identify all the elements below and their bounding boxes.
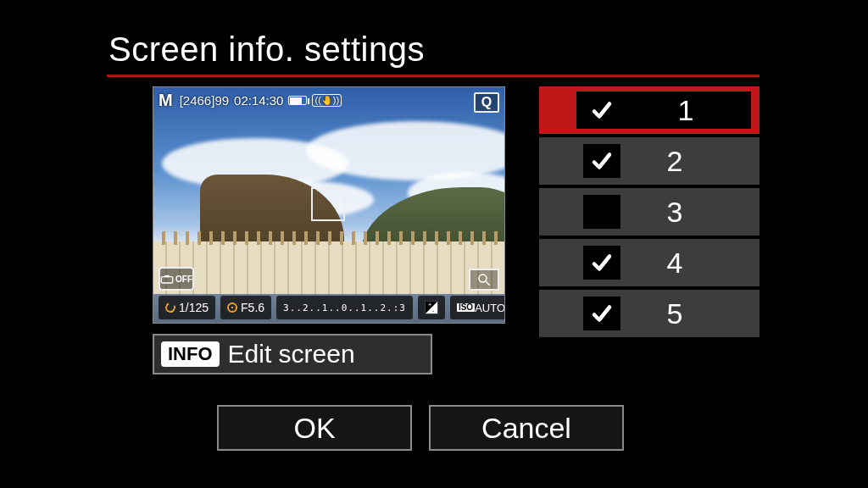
- screen-option-1[interactable]: 1: [539, 86, 760, 134]
- shutter-speed: 1/125: [159, 296, 215, 319]
- magnify-icon: [469, 269, 499, 291]
- option-number: 3: [539, 196, 760, 229]
- shooting-mode: M: [159, 91, 173, 110]
- main-dial-icon: [164, 301, 176, 313]
- burst-count: 99: [214, 93, 229, 108]
- page-title: Screen info. settings: [108, 30, 425, 69]
- title-divider: [107, 75, 760, 77]
- aperture: F5.6: [220, 296, 271, 319]
- stabilizer-icon: ((🤚)): [312, 94, 342, 107]
- info-badge: INFO: [161, 341, 220, 367]
- touch-shutter-off-icon: OFF: [159, 267, 194, 291]
- rec-time: 02:14:30: [234, 93, 283, 108]
- screen-options-list: 12345: [539, 86, 760, 341]
- hud-bottom: 1/125 F5.6 3..2..1..0..1..2.:3 +- ISOAUT…: [159, 296, 499, 319]
- svg-rect-1: [164, 274, 169, 277]
- q-menu-icon: Q: [474, 92, 499, 113]
- ok-button[interactable]: OK: [217, 405, 412, 451]
- option-number: 1: [620, 94, 751, 127]
- screen-option-5[interactable]: 5: [539, 290, 760, 337]
- checkbox: [583, 93, 620, 127]
- option-number: 4: [539, 247, 760, 280]
- screen-option-3[interactable]: 3: [539, 188, 760, 236]
- town: [153, 241, 504, 296]
- screen-option-4[interactable]: 4: [539, 239, 760, 286]
- cancel-button[interactable]: Cancel: [429, 405, 624, 451]
- af-point-box: [311, 187, 345, 221]
- svg-point-2: [479, 274, 487, 282]
- option-number: 5: [539, 297, 760, 330]
- exposure-scale: 3..2..1..0..1..2.:3: [276, 296, 413, 319]
- battery-icon: [288, 96, 307, 105]
- svg-rect-0: [161, 276, 172, 282]
- exposure-comp-icon: +-: [418, 296, 445, 319]
- svg-line-3: [486, 281, 490, 286]
- edit-screen-label: Edit screen: [228, 340, 355, 369]
- hud-top: M [2466] 99 02:14:30 ((🤚)): [159, 91, 499, 109]
- option-number: 2: [539, 145, 760, 178]
- svg-text:+: +: [428, 301, 431, 308]
- screen-option-2[interactable]: 2: [539, 137, 760, 185]
- iso-value: ISOAUTO: [450, 296, 505, 319]
- shots-remaining: [2466]: [180, 93, 215, 108]
- aperture-dial-icon: [227, 302, 237, 313]
- edit-screen-button[interactable]: INFO Edit screen: [153, 334, 432, 374]
- screen-preview: M [2466] 99 02:14:30 ((🤚)) Q OFF 1/125 F…: [153, 86, 505, 324]
